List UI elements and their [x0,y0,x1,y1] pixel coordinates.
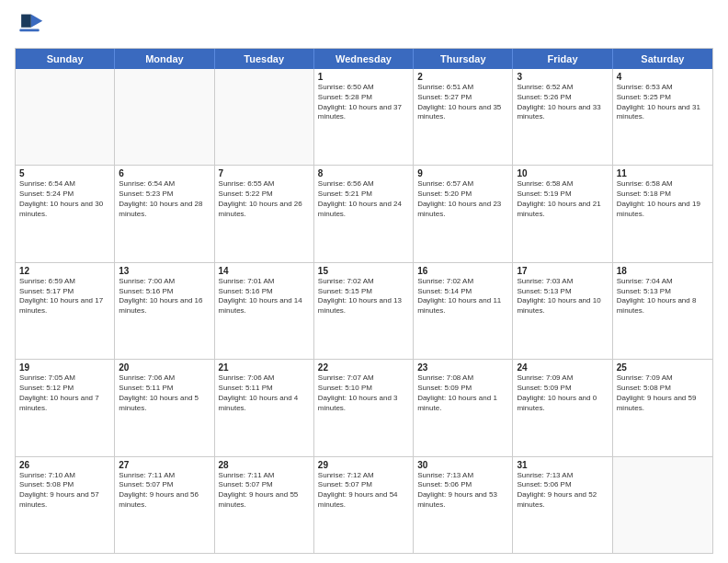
cell-info: Sunrise: 6:57 AMSunset: 5:20 PMDaylight:… [417,179,508,219]
calendar-cell: 23Sunrise: 7:08 AMSunset: 5:09 PMDayligh… [414,360,513,455]
cell-info: Sunrise: 6:51 AMSunset: 5:27 PMDaylight:… [417,83,508,122]
cell-info: Sunrise: 6:56 AMSunset: 5:21 PMDaylight:… [318,179,409,219]
calendar-week-1: 1Sunrise: 6:50 AMSunset: 5:28 PMDaylight… [16,69,712,166]
day-number: 5 [19,168,110,178]
calendar: SundayMondayTuesdayWednesdayThursdayFrid… [15,48,713,554]
day-number: 2 [417,72,508,82]
day-number: 11 [617,168,709,178]
cell-info: Sunrise: 7:05 AMSunset: 5:12 PMDaylight:… [19,373,110,413]
calendar-cell: 27Sunrise: 7:11 AMSunset: 5:07 PMDayligh… [115,457,214,553]
calendar-header: SundayMondayTuesdayWednesdayThursdayFrid… [16,49,712,69]
calendar-cell: 20Sunrise: 7:06 AMSunset: 5:11 PMDayligh… [115,360,214,455]
cell-info: Sunrise: 7:02 AMSunset: 5:15 PMDaylight:… [318,277,409,316]
header-day-saturday: Saturday [613,49,712,69]
cell-info: Sunrise: 6:52 AMSunset: 5:26 PMDaylight:… [517,83,608,122]
day-number: 20 [119,362,210,373]
calendar-cell: 16Sunrise: 7:02 AMSunset: 5:14 PMDayligh… [414,263,513,359]
cell-info: Sunrise: 7:07 AMSunset: 5:10 PMDaylight:… [318,373,409,413]
day-number: 1 [318,72,409,82]
cell-info: Sunrise: 7:03 AMSunset: 5:13 PMDaylight:… [517,277,608,316]
cell-info: Sunrise: 7:09 AMSunset: 5:09 PMDaylight:… [517,373,608,413]
svg-rect-3 [19,29,39,32]
calendar-cell: 8Sunrise: 6:56 AMSunset: 5:21 PMDaylight… [314,166,414,261]
cell-info: Sunrise: 6:54 AMSunset: 5:23 PMDaylight:… [119,179,210,219]
calendar-cell: 14Sunrise: 7:01 AMSunset: 5:16 PMDayligh… [215,263,314,359]
cell-info: Sunrise: 6:50 AMSunset: 5:28 PMDaylight:… [318,83,409,122]
calendar-cell: 7Sunrise: 6:55 AMSunset: 5:22 PMDaylight… [215,166,314,261]
calendar-week-2: 5Sunrise: 6:54 AMSunset: 5:24 PMDaylight… [16,166,712,262]
day-number: 19 [19,362,110,373]
calendar-cell: 12Sunrise: 6:59 AMSunset: 5:17 PMDayligh… [16,263,115,359]
header-day-monday: Monday [115,49,214,69]
calendar-cell: 31Sunrise: 7:13 AMSunset: 5:06 PMDayligh… [513,457,612,553]
cell-info: Sunrise: 6:54 AMSunset: 5:24 PMDaylight:… [19,179,110,219]
calendar-cell: 22Sunrise: 7:07 AMSunset: 5:10 PMDayligh… [314,360,414,455]
header [15,11,713,40]
svg-marker-2 [21,15,31,28]
calendar-cell: 21Sunrise: 7:06 AMSunset: 5:11 PMDayligh… [215,360,314,455]
cell-info: Sunrise: 7:13 AMSunset: 5:06 PMDaylight:… [417,471,508,511]
logo [15,11,48,40]
day-number: 12 [19,266,110,276]
day-number: 29 [318,460,409,470]
header-day-wednesday: Wednesday [314,49,414,69]
calendar-cell [115,69,214,165]
day-number: 22 [318,362,409,373]
day-number: 28 [219,460,310,470]
day-number: 10 [517,168,608,178]
day-number: 17 [517,266,608,276]
day-number: 30 [417,460,508,470]
cell-info: Sunrise: 7:06 AMSunset: 5:11 PMDaylight:… [119,373,210,413]
calendar-cell: 4Sunrise: 6:53 AMSunset: 5:25 PMDaylight… [613,69,712,165]
logo-icon [15,11,44,40]
calendar-cell: 6Sunrise: 6:54 AMSunset: 5:23 PMDaylight… [115,166,214,261]
calendar-cell [613,457,712,553]
day-number: 9 [417,168,508,178]
calendar-cell: 13Sunrise: 7:00 AMSunset: 5:16 PMDayligh… [115,263,214,359]
calendar-body: 1Sunrise: 6:50 AMSunset: 5:28 PMDaylight… [16,69,712,553]
day-number: 18 [617,266,709,276]
day-number: 31 [517,460,608,470]
calendar-week-4: 19Sunrise: 7:05 AMSunset: 5:12 PMDayligh… [16,360,712,456]
cell-info: Sunrise: 7:02 AMSunset: 5:14 PMDaylight:… [417,277,508,316]
day-number: 26 [19,460,110,470]
cell-info: Sunrise: 7:11 AMSunset: 5:07 PMDaylight:… [119,471,210,511]
calendar-cell: 24Sunrise: 7:09 AMSunset: 5:09 PMDayligh… [513,360,612,455]
calendar-cell: 11Sunrise: 6:58 AMSunset: 5:18 PMDayligh… [613,166,712,261]
day-number: 16 [417,266,508,276]
calendar-cell: 9Sunrise: 6:57 AMSunset: 5:20 PMDaylight… [414,166,513,261]
calendar-cell [215,69,314,165]
cell-info: Sunrise: 7:01 AMSunset: 5:16 PMDaylight:… [219,277,310,316]
day-number: 8 [318,168,409,178]
cell-info: Sunrise: 7:10 AMSunset: 5:08 PMDaylight:… [19,471,110,511]
calendar-week-3: 12Sunrise: 6:59 AMSunset: 5:17 PMDayligh… [16,263,712,360]
header-day-sunday: Sunday [16,49,115,69]
calendar-cell: 28Sunrise: 7:11 AMSunset: 5:07 PMDayligh… [215,457,314,553]
day-number: 25 [617,362,709,373]
day-number: 27 [119,460,210,470]
cell-info: Sunrise: 7:09 AMSunset: 5:08 PMDaylight:… [617,373,709,413]
day-number: 13 [119,266,210,276]
day-number: 24 [517,362,608,373]
day-number: 21 [219,362,310,373]
calendar-cell: 10Sunrise: 6:58 AMSunset: 5:19 PMDayligh… [513,166,612,261]
header-day-tuesday: Tuesday [215,49,314,69]
day-number: 6 [119,168,210,178]
cell-info: Sunrise: 7:12 AMSunset: 5:07 PMDaylight:… [318,471,409,511]
calendar-week-5: 26Sunrise: 7:10 AMSunset: 5:08 PMDayligh… [16,457,712,553]
calendar-cell: 19Sunrise: 7:05 AMSunset: 5:12 PMDayligh… [16,360,115,455]
cell-info: Sunrise: 7:08 AMSunset: 5:09 PMDaylight:… [417,373,508,413]
day-number: 15 [318,266,409,276]
header-day-friday: Friday [513,49,612,69]
cell-info: Sunrise: 7:00 AMSunset: 5:16 PMDaylight:… [119,277,210,316]
calendar-cell: 1Sunrise: 6:50 AMSunset: 5:28 PMDaylight… [314,69,414,165]
cell-info: Sunrise: 7:04 AMSunset: 5:13 PMDaylight:… [617,277,709,316]
header-day-thursday: Thursday [414,49,513,69]
calendar-cell: 3Sunrise: 6:52 AMSunset: 5:26 PMDaylight… [513,69,612,165]
calendar-cell: 15Sunrise: 7:02 AMSunset: 5:15 PMDayligh… [314,263,414,359]
calendar-cell: 30Sunrise: 7:13 AMSunset: 5:06 PMDayligh… [414,457,513,553]
day-number: 23 [417,362,508,373]
cell-info: Sunrise: 7:11 AMSunset: 5:07 PMDaylight:… [219,471,310,511]
day-number: 14 [219,266,310,276]
cell-info: Sunrise: 6:58 AMSunset: 5:19 PMDaylight:… [517,179,608,219]
